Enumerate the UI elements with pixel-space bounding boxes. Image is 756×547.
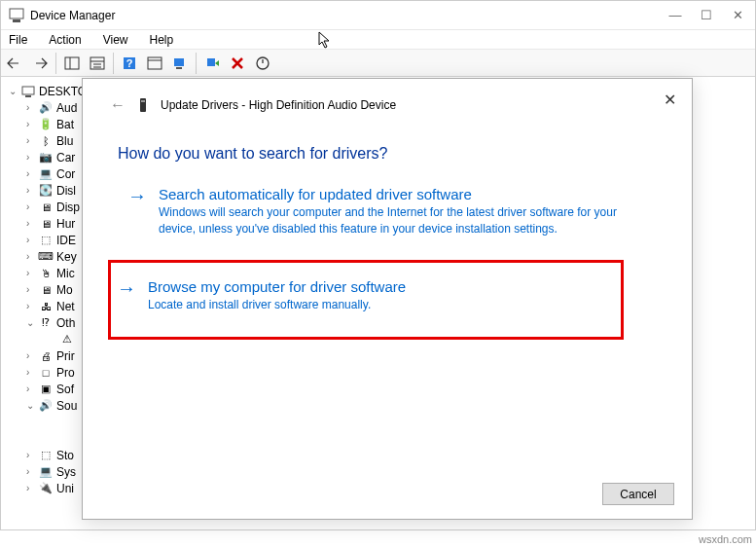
expand-icon[interactable]: ⌄ bbox=[9, 86, 20, 96]
device-category-icon: 🖥 bbox=[38, 217, 54, 231]
expand-icon[interactable]: ⌄ bbox=[26, 400, 38, 411]
node-label: Sof bbox=[56, 383, 74, 396]
node-label: Blu bbox=[56, 134, 73, 148]
expand-icon[interactable]: › bbox=[26, 168, 38, 179]
menu-file[interactable]: File bbox=[5, 31, 31, 49]
expand-icon[interactable]: › bbox=[26, 135, 38, 146]
arrow-right-icon: → bbox=[127, 186, 147, 238]
node-label: Aud bbox=[56, 101, 77, 115]
update-drivers-dialog: ✕ ← Update Drivers - High Definition Aud… bbox=[82, 78, 693, 520]
expand-icon[interactable]: › bbox=[26, 201, 38, 212]
dialog-button-row: Cancel bbox=[602, 483, 674, 505]
cancel-button[interactable]: Cancel bbox=[602, 483, 674, 505]
expand-icon[interactable]: › bbox=[26, 367, 38, 378]
device-category-icon: 🖨 bbox=[38, 349, 54, 363]
node-label: Sto bbox=[56, 449, 74, 462]
device-category-icon: 💻 bbox=[38, 167, 54, 181]
menu-action[interactable]: Action bbox=[45, 31, 85, 49]
uninstall-button[interactable] bbox=[226, 52, 249, 75]
maximize-button[interactable]: ☐ bbox=[701, 10, 712, 21]
node-label: Uni bbox=[56, 482, 74, 495]
expand-icon[interactable]: › bbox=[26, 350, 38, 361]
dialog-back-button[interactable]: ← bbox=[110, 96, 126, 114]
minimize-button[interactable]: — bbox=[669, 10, 681, 21]
menu-view[interactable]: View bbox=[99, 31, 132, 49]
device-category-icon: 🔌 bbox=[38, 482, 54, 495]
expand-icon[interactable]: › bbox=[26, 450, 38, 460]
device-category-icon: 🔋 bbox=[38, 118, 54, 131]
option-description: Locate and install driver software manua… bbox=[148, 297, 611, 313]
action-button[interactable] bbox=[143, 52, 166, 75]
option-description: Windows will search your computer and th… bbox=[159, 204, 657, 238]
help-button[interactable]: ? bbox=[118, 52, 141, 75]
expand-icon[interactable]: › bbox=[26, 301, 38, 311]
toolbar-separator bbox=[113, 53, 114, 74]
menu-help[interactable]: Help bbox=[146, 31, 178, 49]
back-button[interactable] bbox=[3, 52, 26, 75]
svg-rect-17 bbox=[25, 95, 31, 97]
expand-icon[interactable]: › bbox=[26, 383, 38, 394]
dialog-close-button[interactable]: ✕ bbox=[664, 91, 676, 109]
svg-rect-2 bbox=[65, 57, 79, 69]
expand-icon[interactable]: › bbox=[26, 251, 38, 262]
expand-icon[interactable]: › bbox=[26, 483, 38, 493]
expand-icon[interactable]: › bbox=[26, 185, 38, 196]
node-label: Disl bbox=[56, 184, 76, 198]
device-category-icon: ⚠ bbox=[59, 333, 75, 346]
show-hide-console-button[interactable] bbox=[60, 52, 84, 75]
update-driver-button[interactable] bbox=[200, 52, 224, 75]
device-category-icon bbox=[59, 432, 75, 446]
device-category-icon: ⬚ bbox=[38, 234, 54, 247]
option-browse-computer[interactable]: → Browse my computer for driver software… bbox=[108, 260, 624, 340]
device-category-icon: 🖥 bbox=[38, 283, 54, 297]
toolbar: ? bbox=[1, 50, 755, 77]
dialog-heading: How do you want to search for drivers? bbox=[83, 114, 692, 186]
expand-icon[interactable]: › bbox=[26, 235, 38, 245]
option-text: Browse my computer for driver software L… bbox=[148, 278, 611, 313]
node-label: Cor bbox=[56, 167, 75, 181]
expand-icon[interactable]: › bbox=[26, 268, 38, 278]
device-category-icon bbox=[59, 416, 75, 429]
expand-icon[interactable]: › bbox=[26, 284, 38, 295]
device-category-icon: ▣ bbox=[38, 383, 54, 396]
arrow-right-icon: → bbox=[117, 278, 136, 313]
expand-icon[interactable]: › bbox=[26, 218, 38, 229]
device-category-icon: 💻 bbox=[38, 465, 54, 479]
node-label: Pro bbox=[56, 366, 75, 380]
node-label: Sou bbox=[56, 399, 77, 413]
node-label: Sys bbox=[56, 465, 76, 479]
expand-icon[interactable]: › bbox=[26, 102, 38, 113]
device-category-icon: 🖱 bbox=[38, 267, 54, 280]
dialog-title: Update Drivers - High Definition Audio D… bbox=[161, 98, 396, 112]
expand-icon[interactable]: › bbox=[26, 466, 38, 477]
node-label: Oth bbox=[56, 316, 75, 330]
option-search-automatically[interactable]: → Search automatically for updated drive… bbox=[127, 186, 657, 238]
option-title: Search automatically for updated driver … bbox=[159, 186, 657, 202]
menubar: File Action View Help bbox=[1, 30, 755, 50]
watermark: wsxdn.com bbox=[699, 533, 752, 545]
node-label: Prir bbox=[56, 349, 75, 363]
node-label: IDE bbox=[56, 234, 76, 247]
node-label: Hur bbox=[56, 217, 75, 231]
disable-button[interactable] bbox=[251, 52, 274, 75]
device-category-icon: 🖥 bbox=[38, 201, 54, 214]
close-button[interactable]: ✕ bbox=[732, 10, 743, 21]
device-icon bbox=[135, 97, 151, 113]
expand-icon[interactable]: › bbox=[26, 152, 38, 163]
svg-rect-12 bbox=[174, 58, 184, 66]
svg-rect-0 bbox=[10, 9, 23, 18]
properties-button[interactable] bbox=[86, 52, 109, 75]
option-title: Browse my computer for driver software bbox=[148, 278, 611, 295]
expand-icon[interactable]: ⌄ bbox=[26, 317, 38, 328]
app-icon bbox=[9, 8, 24, 23]
forward-button[interactable] bbox=[28, 52, 52, 75]
window-controls: — ☐ ✕ bbox=[669, 10, 743, 21]
dialog-header: ← Update Drivers - High Definition Audio… bbox=[83, 79, 692, 114]
node-label: Net bbox=[56, 300, 75, 313]
scan-hardware-button[interactable] bbox=[168, 52, 192, 75]
node-label: Key bbox=[56, 250, 77, 264]
node-label: Mo bbox=[56, 283, 73, 297]
expand-icon[interactable]: › bbox=[26, 119, 38, 129]
device-category-icon: 📷 bbox=[38, 151, 54, 164]
node-label: Car bbox=[56, 151, 75, 164]
